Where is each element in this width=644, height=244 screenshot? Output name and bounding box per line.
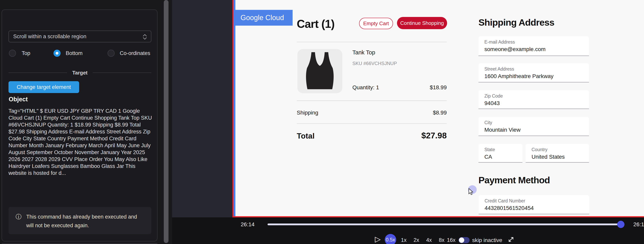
empty-cart-button[interactable]: Empty Cart	[359, 18, 393, 29]
skip-inactive-label: skip inactive	[472, 237, 502, 244]
payment-method-heading: Payment Method	[478, 175, 550, 186]
country-field-label: Country	[532, 147, 548, 152]
target-section-label: Target	[72, 70, 88, 76]
zip-code-field[interactable]: Zip Code 94043	[478, 90, 589, 109]
total-value: $27.98	[388, 131, 447, 140]
cart-divider	[297, 100, 447, 101]
speed-option-0.5x[interactable]: 0.5x	[385, 234, 396, 244]
speed-option-1x[interactable]: 1x	[401, 237, 407, 243]
object-description-text: Tag="HTML" $ EUR USD JPY GBP TRY CAD 1 G…	[8, 108, 152, 177]
product-price: $18.99	[407, 84, 447, 91]
seek-knob[interactable]	[617, 221, 624, 228]
site-logo-badge: Google Cloud	[236, 10, 292, 26]
element-highlight-strip	[234, 0, 236, 216]
fullscreen-icon[interactable]	[508, 236, 514, 244]
speed-option-16x[interactable]: 16x	[447, 237, 456, 243]
street-address-field[interactable]: Street Address 1600 Amphitheatre Parkway	[478, 63, 589, 82]
target-section-divider: Target	[8, 69, 151, 76]
cart-divider	[297, 123, 447, 124]
state-field[interactable]: State CA	[478, 144, 522, 163]
product-name: Tank Top	[352, 49, 375, 56]
email-field-label: E-mail Address	[484, 39, 515, 45]
change-target-button[interactable]: Change target element	[8, 81, 79, 93]
state-field-label: State	[484, 147, 495, 152]
speed-option-4x[interactable]: 4x	[426, 237, 432, 243]
seek-bar[interactable]	[268, 224, 622, 225]
zip-field-value: 94043	[484, 100, 500, 106]
email-field[interactable]: E-mail Address someone@example.com	[478, 36, 589, 56]
radio-top-label: Top	[22, 50, 30, 56]
zip-field-label: Zip Code	[484, 93, 503, 99]
credit-card-number-field[interactable]: Credit Card Number 4432801561520454	[479, 195, 589, 214]
select-chevrons-icon	[142, 33, 148, 40]
card-field-label: Credit Card Number	[484, 198, 525, 204]
end-time: 26:15	[633, 221, 644, 229]
replay-player-bar: 26:14 26:15 ▷ 0.5x 1x 2x 4x 8x 16x skip …	[172, 217, 644, 244]
next-panel-edge	[2, 243, 158, 244]
divider-line	[8, 72, 67, 73]
city-field[interactable]: City Mountain View	[478, 117, 589, 136]
cart-divider	[297, 42, 447, 42]
sidebar-scrollbar[interactable]	[164, 0, 168, 243]
shipping-cost-label: Shipping	[297, 110, 318, 116]
country-field[interactable]: Country United States	[526, 144, 589, 163]
city-field-value: Mountain View	[484, 127, 520, 133]
recorded-webpage: Google Cloud Cart (1) Empty Cart Continu…	[236, 0, 644, 216]
country-field-value: United States	[532, 154, 565, 160]
tank-top-graphic	[297, 49, 342, 93]
card-field-value: 4432801561520454	[484, 205, 534, 211]
play-button[interactable]: ▷	[375, 235, 380, 244]
shipping-cost-value: $8.99	[407, 110, 447, 116]
radio-coordinates-label: Co-ordinates	[120, 50, 150, 56]
object-heading: Object	[9, 96, 28, 103]
command-detail-panel: Scroll within a scrollable region Top Bo…	[2, 9, 158, 242]
command-type-value: Scroll within a scrollable region	[13, 33, 86, 39]
toggle-knob	[459, 238, 464, 243]
current-time: 26:14	[241, 221, 254, 228]
street-field-value: 1600 Amphitheatre Parkway	[484, 73, 554, 79]
info-banner-text: This command has already been executed a…	[26, 213, 144, 230]
street-field-label: Street Address	[484, 66, 514, 72]
radio-top[interactable]	[9, 50, 16, 57]
state-field-value: CA	[484, 154, 492, 160]
info-banner: ⓘ This command has already been executed…	[8, 207, 151, 234]
divider-line	[93, 72, 151, 73]
radio-coordinates[interactable]	[108, 50, 115, 57]
command-type-select[interactable]: Scroll within a scrollable region	[8, 30, 151, 42]
speed-option-8x[interactable]: 8x	[439, 237, 444, 243]
cart-heading: Cart (1)	[297, 17, 335, 30]
replay-tool-window: Scroll within a scrollable region Top Bo…	[0, 0, 644, 244]
mouse-cursor	[465, 185, 481, 200]
info-icon: ⓘ	[16, 213, 22, 221]
shipping-address-heading: Shipping Address	[478, 17, 554, 28]
site-logo-text: Google Cloud	[240, 13, 284, 22]
radio-bottom[interactable]	[54, 50, 60, 57]
email-field-value: someone@example.com	[484, 46, 546, 52]
city-field-label: City	[484, 120, 492, 125]
skip-inactive-toggle[interactable]	[458, 237, 470, 243]
radio-bottom-label: Bottom	[66, 50, 83, 56]
speed-option-2x[interactable]: 2x	[414, 237, 419, 243]
total-label: Total	[297, 132, 314, 140]
product-sku: SKU #66VCHSJNUP	[352, 61, 397, 66]
product-image-tank-top	[297, 49, 342, 93]
continue-shopping-button[interactable]: Continue Shopping	[397, 17, 447, 29]
product-quantity: Quantity: 1	[352, 84, 379, 91]
